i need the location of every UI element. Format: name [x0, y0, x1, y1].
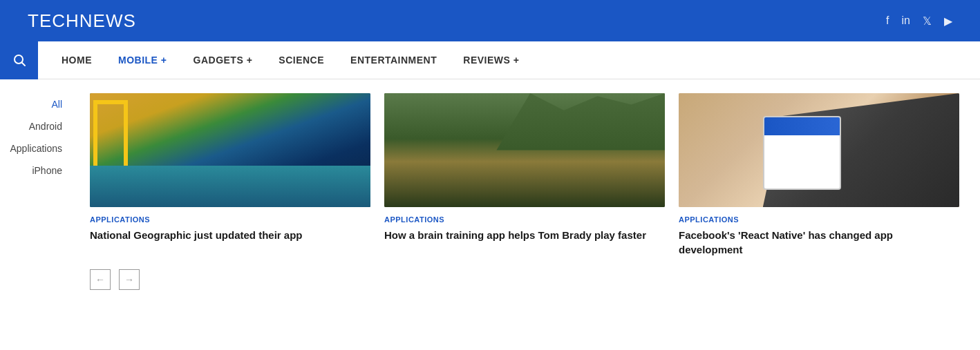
sidebar-item-iphone[interactable]: iPhone [0, 159, 76, 182]
site-logo: TECHNEWS [28, 10, 136, 32]
social-icons-group: f in 𝕏 ▶ [886, 14, 952, 28]
search-icon [12, 53, 26, 67]
youtube-icon[interactable]: ▶ [944, 14, 952, 28]
sidebar-item-applications[interactable]: Applications [0, 137, 76, 159]
facebook-icon[interactable]: f [886, 14, 889, 27]
nav-item-home[interactable]: HOME [52, 41, 102, 79]
nav-item-gadgets[interactable]: GADGETS + [184, 41, 263, 79]
card-national-geographic[interactable]: APPLICATIONS National Geographic just up… [90, 93, 370, 257]
pagination-arrows: ← → [90, 269, 959, 290]
svg-line-1 [21, 63, 25, 66]
crowd-decoration [496, 93, 665, 150]
card-1-category: APPLICATIONS [90, 215, 370, 224]
nav-item-entertainment[interactable]: ENTERTAINMENT [341, 41, 446, 79]
nav-items-group: HOME MOBILE + GADGETS + SCIENCE ENTERTAI… [38, 41, 543, 79]
next-arrow-button[interactable]: → [119, 269, 140, 290]
card-2-title: How a brain training app helps Tom Brady… [384, 228, 665, 242]
main-nav: HOME MOBILE + GADGETS + SCIENCE ENTERTAI… [0, 41, 980, 79]
site-header: TECHNEWS f in 𝕏 ▶ [0, 0, 980, 41]
card-2-image [384, 93, 665, 207]
card-1-title: National Geographic just updated their a… [90, 228, 370, 242]
card-3-category: APPLICATIONS [679, 215, 959, 224]
card-1-image [90, 93, 370, 207]
prev-arrow-button[interactable]: ← [90, 269, 111, 290]
cards-section: APPLICATIONS National Geographic just up… [76, 79, 980, 350]
card-brain-training[interactable]: APPLICATIONS How a brain training app he… [384, 93, 665, 257]
card-react-native[interactable]: APPLICATIONS Facebook's 'React Native' h… [679, 93, 959, 257]
cards-grid: APPLICATIONS National Geographic just up… [90, 93, 959, 257]
linkedin-icon[interactable]: in [902, 14, 910, 27]
nav-item-reviews[interactable]: REVIEWS + [453, 41, 529, 79]
phone-decoration [763, 116, 842, 190]
card-3-image [679, 93, 959, 207]
logo-light: NEWS [79, 10, 136, 31]
nav-item-science[interactable]: SCIENCE [269, 41, 334, 79]
sidebar-item-all[interactable]: All [0, 93, 76, 115]
sidebar-item-android[interactable]: Android [0, 115, 76, 137]
logo-bold: TECH [28, 10, 79, 31]
nav-item-mobile[interactable]: MOBILE + [109, 41, 177, 79]
card-3-title: Facebook's 'React Native' has changed ap… [679, 228, 959, 257]
content-area: All Android Applications iPhone APPLICAT… [0, 79, 980, 350]
sidebar: All Android Applications iPhone [0, 79, 76, 350]
twitter-icon[interactable]: 𝕏 [923, 14, 932, 28]
water-decoration [90, 166, 370, 207]
search-button[interactable] [0, 41, 38, 79]
phone-header-decoration [764, 117, 840, 135]
card-2-category: APPLICATIONS [384, 215, 665, 224]
